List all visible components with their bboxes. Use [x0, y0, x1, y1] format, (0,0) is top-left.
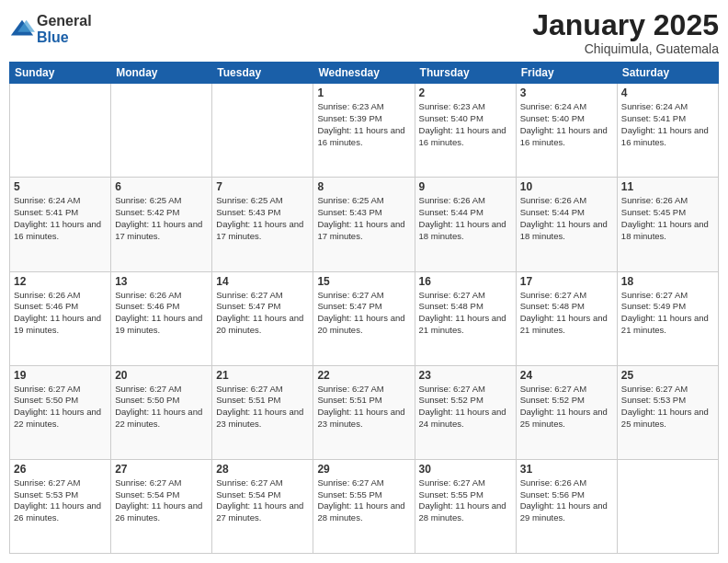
- calendar-cell: 24Sunrise: 6:27 AM Sunset: 5:52 PM Dayli…: [516, 365, 617, 459]
- calendar-cell: 8Sunrise: 6:25 AM Sunset: 5:43 PM Daylig…: [313, 178, 415, 271]
- day-info: Sunrise: 6:27 AM Sunset: 5:52 PM Dayligh…: [419, 384, 512, 431]
- day-number: 8: [317, 180, 410, 193]
- day-info: Sunrise: 6:27 AM Sunset: 5:54 PM Dayligh…: [216, 477, 309, 524]
- logo-text: General Blue: [37, 13, 92, 45]
- calendar-cell: [617, 459, 718, 553]
- day-info: Sunrise: 6:26 AM Sunset: 5:44 PM Dayligh…: [419, 195, 512, 242]
- day-info: Sunrise: 6:27 AM Sunset: 5:54 PM Dayligh…: [115, 477, 208, 524]
- calendar-cell: 31Sunrise: 6:26 AM Sunset: 5:56 PM Dayli…: [516, 459, 617, 553]
- calendar-cell: 5Sunrise: 6:24 AM Sunset: 5:41 PM Daylig…: [10, 178, 111, 271]
- day-number: 19: [14, 369, 107, 382]
- day-number: 3: [520, 86, 613, 99]
- calendar-cell: 4Sunrise: 6:24 AM Sunset: 5:41 PM Daylig…: [617, 84, 718, 178]
- calendar-cell: 14Sunrise: 6:27 AM Sunset: 5:47 PM Dayli…: [212, 271, 313, 365]
- day-number: 29: [317, 463, 410, 476]
- day-number: 17: [520, 275, 613, 288]
- day-number: 4: [621, 86, 714, 99]
- day-info: Sunrise: 6:27 AM Sunset: 5:49 PM Dayligh…: [621, 290, 714, 337]
- day-info: Sunrise: 6:27 AM Sunset: 5:55 PM Dayligh…: [419, 477, 512, 524]
- page: General Blue January 2025 Chiquimula, Gu…: [0, 0, 728, 563]
- weekday-header: Thursday: [415, 63, 516, 84]
- day-info: Sunrise: 6:23 AM Sunset: 5:40 PM Dayligh…: [419, 101, 512, 148]
- title-section: January 2025 Chiquimula, Guatemala: [532, 9, 719, 56]
- day-info: Sunrise: 6:26 AM Sunset: 5:56 PM Dayligh…: [520, 477, 613, 524]
- calendar-week-row: 26Sunrise: 6:27 AM Sunset: 5:53 PM Dayli…: [10, 459, 719, 553]
- day-number: 23: [419, 369, 512, 382]
- day-number: 13: [115, 275, 208, 288]
- day-number: 24: [520, 369, 613, 382]
- logo-blue: Blue: [37, 29, 92, 46]
- day-number: 31: [520, 463, 613, 476]
- day-info: Sunrise: 6:24 AM Sunset: 5:41 PM Dayligh…: [621, 101, 714, 148]
- calendar-cell: [111, 84, 212, 178]
- logo-general: General: [37, 13, 92, 29]
- weekday-header: Saturday: [617, 63, 718, 84]
- calendar-cell: 2Sunrise: 6:23 AM Sunset: 5:40 PM Daylig…: [415, 84, 516, 178]
- calendar-cell: 7Sunrise: 6:25 AM Sunset: 5:43 PM Daylig…: [212, 178, 313, 271]
- calendar-cell: 10Sunrise: 6:26 AM Sunset: 5:44 PM Dayli…: [516, 178, 617, 271]
- day-info: Sunrise: 6:27 AM Sunset: 5:50 PM Dayligh…: [115, 384, 208, 431]
- calendar-cell: 1Sunrise: 6:23 AM Sunset: 5:39 PM Daylig…: [313, 84, 415, 178]
- day-info: Sunrise: 6:27 AM Sunset: 5:55 PM Dayligh…: [317, 477, 410, 524]
- calendar-cell: 11Sunrise: 6:26 AM Sunset: 5:45 PM Dayli…: [617, 178, 718, 271]
- day-info: Sunrise: 6:26 AM Sunset: 5:46 PM Dayligh…: [14, 290, 107, 337]
- day-info: Sunrise: 6:27 AM Sunset: 5:53 PM Dayligh…: [14, 477, 107, 524]
- day-info: Sunrise: 6:27 AM Sunset: 5:53 PM Dayligh…: [621, 384, 714, 431]
- day-number: 12: [14, 275, 107, 288]
- day-info: Sunrise: 6:27 AM Sunset: 5:48 PM Dayligh…: [520, 290, 613, 337]
- day-number: 2: [419, 86, 512, 99]
- calendar-week-row: 12Sunrise: 6:26 AM Sunset: 5:46 PM Dayli…: [10, 271, 719, 365]
- day-info: Sunrise: 6:25 AM Sunset: 5:43 PM Dayligh…: [216, 195, 309, 242]
- weekday-header-row: SundayMondayTuesdayWednesdayThursdayFrid…: [10, 63, 719, 84]
- day-info: Sunrise: 6:23 AM Sunset: 5:39 PM Dayligh…: [317, 101, 410, 148]
- calendar-cell: 13Sunrise: 6:26 AM Sunset: 5:46 PM Dayli…: [111, 271, 212, 365]
- weekday-header: Sunday: [10, 63, 111, 84]
- day-number: 1: [317, 86, 410, 99]
- day-number: 16: [419, 275, 512, 288]
- day-info: Sunrise: 6:27 AM Sunset: 5:48 PM Dayligh…: [419, 290, 512, 337]
- calendar-cell: 16Sunrise: 6:27 AM Sunset: 5:48 PM Dayli…: [415, 271, 516, 365]
- calendar-cell: 12Sunrise: 6:26 AM Sunset: 5:46 PM Dayli…: [10, 271, 111, 365]
- day-number: 6: [115, 180, 208, 193]
- day-number: 26: [14, 463, 107, 476]
- day-info: Sunrise: 6:24 AM Sunset: 5:41 PM Dayligh…: [14, 195, 107, 242]
- month-title: January 2025: [532, 9, 719, 41]
- logo-icon: [9, 17, 35, 42]
- calendar-cell: 25Sunrise: 6:27 AM Sunset: 5:53 PM Dayli…: [617, 365, 718, 459]
- weekday-header: Friday: [516, 63, 617, 84]
- day-info: Sunrise: 6:26 AM Sunset: 5:44 PM Dayligh…: [520, 195, 613, 242]
- calendar-week-row: 1Sunrise: 6:23 AM Sunset: 5:39 PM Daylig…: [10, 84, 719, 178]
- calendar-cell: [212, 84, 313, 178]
- day-number: 30: [419, 463, 512, 476]
- day-info: Sunrise: 6:27 AM Sunset: 5:52 PM Dayligh…: [520, 384, 613, 431]
- day-info: Sunrise: 6:26 AM Sunset: 5:46 PM Dayligh…: [115, 290, 208, 337]
- day-number: 18: [621, 275, 714, 288]
- day-number: 9: [419, 180, 512, 193]
- day-number: 28: [216, 463, 309, 476]
- day-number: 21: [216, 369, 309, 382]
- calendar-cell: 21Sunrise: 6:27 AM Sunset: 5:51 PM Dayli…: [212, 365, 313, 459]
- calendar-cell: 20Sunrise: 6:27 AM Sunset: 5:50 PM Dayli…: [111, 365, 212, 459]
- day-number: 27: [115, 463, 208, 476]
- calendar-cell: 30Sunrise: 6:27 AM Sunset: 5:55 PM Dayli…: [415, 459, 516, 553]
- logo: General Blue: [9, 13, 92, 45]
- calendar-cell: 19Sunrise: 6:27 AM Sunset: 5:50 PM Dayli…: [10, 365, 111, 459]
- day-number: 20: [115, 369, 208, 382]
- calendar-cell: 3Sunrise: 6:24 AM Sunset: 5:40 PM Daylig…: [516, 84, 617, 178]
- calendar-week-row: 5Sunrise: 6:24 AM Sunset: 5:41 PM Daylig…: [10, 178, 719, 271]
- location: Chiquimula, Guatemala: [532, 41, 719, 56]
- calendar-table: SundayMondayTuesdayWednesdayThursdayFrid…: [9, 62, 719, 554]
- day-info: Sunrise: 6:27 AM Sunset: 5:47 PM Dayligh…: [216, 290, 309, 337]
- day-info: Sunrise: 6:27 AM Sunset: 5:50 PM Dayligh…: [14, 384, 107, 431]
- day-number: 25: [621, 369, 714, 382]
- calendar-cell: 22Sunrise: 6:27 AM Sunset: 5:51 PM Dayli…: [313, 365, 415, 459]
- calendar-cell: 17Sunrise: 6:27 AM Sunset: 5:48 PM Dayli…: [516, 271, 617, 365]
- weekday-header: Monday: [111, 63, 212, 84]
- day-number: 22: [317, 369, 410, 382]
- day-info: Sunrise: 6:25 AM Sunset: 5:42 PM Dayligh…: [115, 195, 208, 242]
- weekday-header: Wednesday: [313, 63, 415, 84]
- calendar-cell: 18Sunrise: 6:27 AM Sunset: 5:49 PM Dayli…: [617, 271, 718, 365]
- day-number: 7: [216, 180, 309, 193]
- calendar-cell: 23Sunrise: 6:27 AM Sunset: 5:52 PM Dayli…: [415, 365, 516, 459]
- calendar-cell: 29Sunrise: 6:27 AM Sunset: 5:55 PM Dayli…: [313, 459, 415, 553]
